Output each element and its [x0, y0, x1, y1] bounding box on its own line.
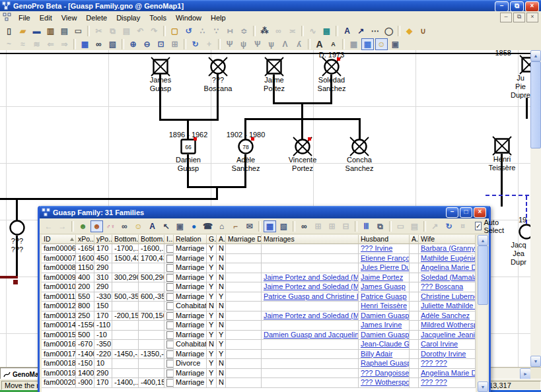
- zoom-page-icon[interactable]: ⊞: [168, 38, 181, 50]
- cell-wife[interactable]: Angelina Marie D...: [419, 369, 476, 379]
- cell-b2[interactable]: -400,150: [139, 378, 164, 388]
- contacts-icon[interactable]: ☎: [201, 220, 214, 232]
- cell-mdate[interactable]: [226, 340, 262, 350]
- cell-xpos[interactable]: 1400: [76, 369, 94, 379]
- row-checkbox[interactable]: [166, 302, 174, 310]
- cell-rel[interactable]: Cohabitat...: [174, 302, 207, 311]
- cell-b2[interactable]: [139, 359, 164, 369]
- column-header-wife[interactable]: Wife: [419, 235, 476, 244]
- cell-a2[interactable]: [410, 273, 419, 283]
- cell-b2[interactable]: [139, 321, 164, 331]
- cell-mdate[interactable]: [226, 331, 262, 341]
- cell-cb[interactable]: [164, 273, 174, 283]
- cell-xpos[interactable]: 250: [76, 311, 94, 321]
- cell-hus[interactable]: Patrice Guasp: [359, 292, 410, 302]
- cell-a2[interactable]: [410, 331, 419, 341]
- husband-link[interactable]: James Guasp: [361, 282, 406, 290]
- cell-a[interactable]: N: [217, 378, 226, 388]
- wife-link[interactable]: Barbara (Granny ...: [421, 244, 476, 252]
- cell-rel[interactable]: Marriage: [174, 350, 207, 360]
- pedigree-ancestors-icon[interactable]: Ψ: [223, 38, 236, 50]
- font-icon[interactable]: A: [146, 220, 159, 232]
- cell-wife[interactable]: Carol Irvine: [419, 340, 476, 350]
- row-checkbox[interactable]: [166, 321, 174, 329]
- cell-hus[interactable]: James Irvine: [359, 321, 410, 331]
- cell-rel[interactable]: Marriage: [174, 321, 207, 331]
- cell-a2[interactable]: [410, 292, 419, 302]
- cell-id[interactable]: fam00017: [42, 350, 76, 360]
- cell-rel[interactable]: Marriage: [174, 311, 207, 321]
- export-word-icon[interactable]: ▣: [389, 38, 402, 50]
- cell-b1[interactable]: -1400,...: [112, 378, 139, 388]
- cell-a[interactable]: N: [217, 244, 226, 254]
- husband-link[interactable]: ??? Wotherspoon: [361, 378, 410, 386]
- column-header-mdate[interactable]: Marriage Date: [226, 235, 262, 244]
- cell-g[interactable]: Y: [207, 331, 217, 341]
- cell-id[interactable]: fam00007: [42, 254, 76, 264]
- husband-link[interactable]: Billy Adair: [361, 350, 392, 358]
- marriages-link[interactable]: Damien Guasp and Jacqueline Jea...: [264, 331, 359, 339]
- cell-mdate[interactable]: [226, 292, 262, 302]
- educations-icon[interactable]: ⌂: [215, 220, 228, 232]
- cell-rel[interactable]: Marriage: [174, 244, 207, 254]
- cell-g[interactable]: Y: [207, 273, 217, 283]
- cell-id[interactable]: fam00016: [42, 340, 76, 350]
- cell-b1[interactable]: [112, 321, 139, 331]
- cell-cb[interactable]: [164, 340, 174, 350]
- copy-table-icon[interactable]: ⧉: [374, 220, 386, 232]
- row-checkbox[interactable]: [166, 370, 174, 377]
- cell-wife[interactable]: Dorothy Irvine: [419, 350, 476, 360]
- row-checkbox[interactable]: [166, 293, 174, 301]
- cell-g[interactable]: N: [207, 340, 217, 350]
- cell-ypos[interactable]: 290: [94, 282, 112, 292]
- cell-mar[interactable]: [262, 254, 359, 264]
- cell-ypos[interactable]: -110: [94, 321, 112, 331]
- cell-b2[interactable]: 700,150: [139, 311, 164, 321]
- cell-b1[interactable]: [112, 359, 139, 369]
- cell-b1[interactable]: -200,150: [112, 311, 139, 321]
- cell-xpos[interactable]: 800: [76, 302, 94, 311]
- cell-b2[interactable]: -1350,-...: [139, 350, 164, 360]
- wife-link[interactable]: ??? Boscana: [421, 282, 463, 290]
- cell-a[interactable]: N: [217, 369, 226, 379]
- new-son-icon[interactable]: ∺: [224, 25, 236, 37]
- cell-a[interactable]: N: [217, 359, 226, 369]
- cell-rel[interactable]: Marriage: [174, 263, 207, 273]
- row-checkbox[interactable]: [166, 264, 174, 272]
- cell-mdate[interactable]: [226, 359, 262, 369]
- add-row-icon[interactable]: ⊞: [312, 220, 324, 232]
- table-scroll-down-button[interactable]: ▼: [478, 381, 488, 392]
- cell-ypos[interactable]: 150: [94, 302, 112, 311]
- cell-mdate[interactable]: [226, 273, 262, 283]
- new-icon[interactable]: ▯: [3, 25, 15, 37]
- cell-b1[interactable]: [112, 369, 139, 379]
- cell-ypos[interactable]: 290: [94, 263, 112, 273]
- cell-b2[interactable]: 600,-350: [139, 292, 164, 302]
- scroll-thumb[interactable]: [530, 61, 541, 148]
- cell-cb[interactable]: [164, 254, 174, 264]
- new-daughter-icon[interactable]: ≎: [238, 25, 250, 37]
- row-checkbox[interactable]: [166, 350, 174, 358]
- cell-cb[interactable]: [164, 263, 174, 273]
- cell-cb[interactable]: [164, 378, 174, 388]
- open-icon[interactable]: ▰: [17, 25, 29, 37]
- cell-ypos[interactable]: -330: [94, 292, 112, 302]
- cell-a2[interactable]: [410, 350, 419, 360]
- dialog-maximize-button[interactable]: □: [460, 207, 472, 218]
- husband-link[interactable]: James Irvine: [361, 321, 402, 329]
- cell-b1[interactable]: 500,-350: [112, 292, 139, 302]
- new-family-icon[interactable]: ∴: [196, 25, 209, 37]
- cell-id[interactable]: fam00006: [42, 244, 76, 254]
- cell-ypos[interactable]: 170: [94, 311, 112, 321]
- cell-a2[interactable]: [410, 282, 419, 292]
- dialog-title-bar[interactable]: Guasp Family: 31 Families – □ ×: [40, 206, 489, 218]
- cell-mar[interactable]: [262, 321, 359, 331]
- cell-a[interactable]: N: [217, 302, 226, 311]
- pedigree-down-icon[interactable]: ʎ: [293, 38, 305, 50]
- cell-b2[interactable]: [139, 369, 164, 379]
- menu-help[interactable]: Help: [206, 13, 231, 23]
- scroll-right-button[interactable]: ►: [520, 368, 531, 379]
- columns-icon[interactable]: Ⅲ: [360, 220, 373, 232]
- cell-a2[interactable]: [410, 359, 419, 369]
- undo-icon[interactable]: ↶: [134, 25, 147, 37]
